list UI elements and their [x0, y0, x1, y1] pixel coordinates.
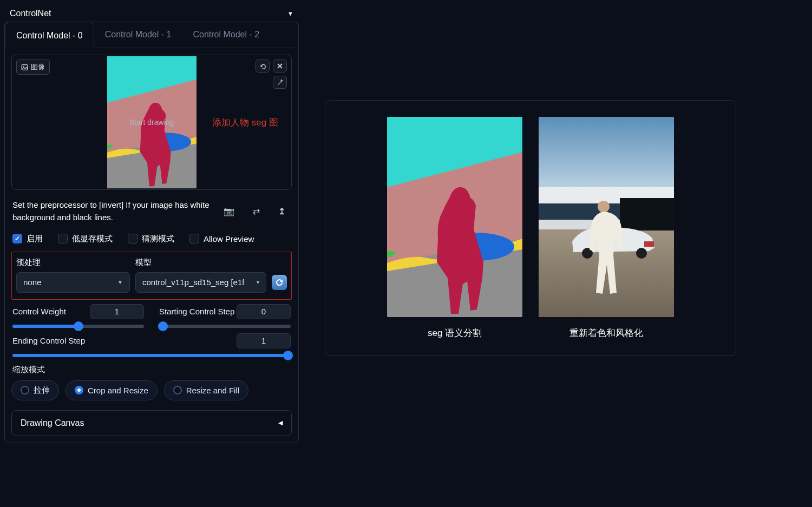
- ending-step-value[interactable]: 1: [237, 333, 291, 348]
- preprocessor-value: none: [23, 278, 41, 287]
- resize-fill-label: Resize and Fill: [186, 386, 239, 395]
- results-card: seg 语义分割 重新着色和风格化: [325, 100, 736, 356]
- starting-step-slider[interactable]: [159, 325, 291, 328]
- camera-icon[interactable]: 📷: [224, 206, 234, 216]
- remove-image-button[interactable]: [273, 60, 287, 73]
- send-up-icon[interactable]: ↥: [278, 206, 285, 216]
- preprocessor-select[interactable]: none ▼: [16, 272, 130, 293]
- image-badge[interactable]: 图像: [16, 60, 50, 75]
- undo-button[interactable]: [256, 60, 270, 73]
- edit-button[interactable]: [273, 76, 287, 89]
- chevron-down-icon: ▼: [117, 279, 123, 285]
- low-vram-checkbox[interactable]: 低显存模式: [58, 234, 113, 244]
- control-tabs: Control Model - 0 Control Model - 1 Cont…: [5, 22, 298, 48]
- undo-icon: [259, 63, 266, 70]
- wand-icon: [277, 79, 284, 86]
- close-icon: [277, 63, 283, 69]
- allow-preview-label: Allow Preview: [204, 234, 254, 243]
- allow-preview-checkbox[interactable]: Allow Preview: [189, 234, 254, 243]
- starting-step-value[interactable]: 0: [237, 304, 291, 319]
- tab-control-model-0[interactable]: Control Model - 0: [5, 23, 94, 48]
- control-weight-slider[interactable]: [12, 325, 144, 328]
- controlnet-header[interactable]: ControlNet ▼: [4, 5, 299, 22]
- drawing-canvas-label: Drawing Canvas: [21, 418, 84, 428]
- refresh-icon: [275, 278, 284, 287]
- ending-step-label: Ending Control Step: [12, 336, 85, 345]
- tab-control-model-1[interactable]: Control Model - 1: [94, 22, 182, 48]
- guess-mode-checkbox[interactable]: 猜测模式: [128, 234, 174, 244]
- result-seg-caption: seg 语义分割: [428, 327, 482, 339]
- guess-mode-label: 猜测模式: [142, 234, 174, 244]
- preprocessor-hint: Set the preprocessor to [invert] If your…: [12, 199, 218, 224]
- swap-icon[interactable]: ⇄: [253, 206, 260, 216]
- resize-fill[interactable]: Resize and Fill: [164, 380, 248, 400]
- model-label: 模型: [135, 258, 266, 268]
- chevron-down-icon: ▾: [257, 279, 259, 285]
- enable-checkbox[interactable]: ✓ 启用: [12, 234, 43, 244]
- result-render-caption: 重新着色和风格化: [569, 327, 643, 339]
- tab-control-model-2[interactable]: Control Model - 2: [182, 22, 270, 48]
- resize-stretch[interactable]: 拉伸: [11, 380, 59, 400]
- seg-preview-thumb: [107, 56, 197, 189]
- svg-point-14: [23, 65, 24, 67]
- refresh-models-button[interactable]: [272, 275, 287, 290]
- result-render-image[interactable]: [539, 117, 674, 317]
- resize-mode-label: 缩放模式: [12, 365, 291, 375]
- control-image-drop[interactable]: 图像: [11, 55, 292, 190]
- model-value: control_v11p_sd15_seg [e1f: [142, 278, 244, 287]
- annotation-text: 添加人物 seg 图: [212, 116, 278, 129]
- model-select[interactable]: control_v11p_sd15_seg [e1f ▾: [135, 272, 266, 293]
- result-seg-image[interactable]: [387, 117, 522, 317]
- resize-stretch-label: 拉伸: [34, 385, 50, 396]
- drawing-canvas-toggle[interactable]: Drawing Canvas ◀: [11, 410, 292, 436]
- image-icon: [21, 64, 28, 71]
- preprocessor-label: 预处理: [16, 258, 130, 268]
- highlighted-region: 预处理 none ▼ 模型 control_v11p_sd15_seg [e1f…: [11, 252, 292, 300]
- resize-crop-label: Crop and Resize: [88, 386, 148, 395]
- starting-step-label: Starting Control Step: [159, 307, 234, 316]
- low-vram-label: 低显存模式: [72, 234, 113, 244]
- chevron-left-icon: ◀: [278, 419, 283, 426]
- resize-crop[interactable]: Crop and Resize: [66, 380, 158, 400]
- control-weight-value[interactable]: 1: [90, 304, 144, 319]
- enable-label: 启用: [27, 234, 43, 244]
- control-weight-label: Control Weight: [12, 307, 66, 316]
- ending-step-slider[interactable]: [12, 354, 291, 357]
- resize-mode-group: 拉伸 Crop and Resize Resize and Fill: [11, 380, 292, 400]
- controlnet-title: ControlNet: [10, 9, 51, 18]
- collapse-icon[interactable]: ▼: [287, 10, 293, 17]
- image-badge-label: 图像: [31, 62, 45, 72]
